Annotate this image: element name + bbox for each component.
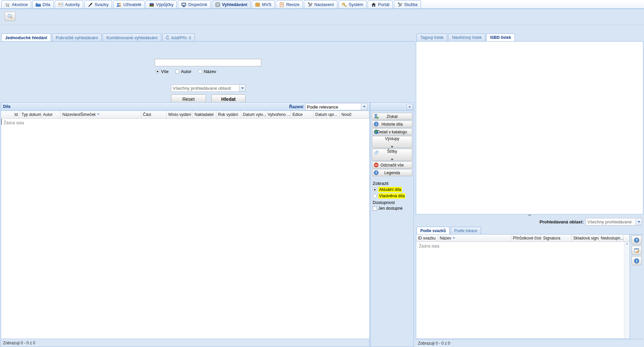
works-status-text: Zobrazuji 0 - 0 z 0	[3, 341, 35, 345]
menu-tab-dispecink[interactable]: Dispečink	[178, 0, 210, 8]
secondary-toolbar	[0, 10, 644, 25]
search-query-input[interactable]	[155, 59, 261, 66]
menu-tab-akvizice[interactable]: Akvizice	[1, 0, 31, 8]
area-label: Prohledávaná oblast:	[540, 219, 584, 224]
column-header-skladova-signatura[interactable]: Skladová signa...	[572, 234, 599, 241]
card-icon	[58, 2, 63, 7]
menu-arrow-icon	[391, 159, 393, 160]
volumes-legend-button[interactable]: ?	[632, 235, 642, 245]
search-area-combobox[interactable]: Všechny prohledávané oblasti	[171, 84, 246, 92]
radio-vse[interactable]: Vše	[155, 69, 168, 74]
column-header-rok-vydani[interactable]: Rok vydání	[216, 111, 241, 118]
legenda-button[interactable]: ? Legenda	[372, 169, 412, 176]
tab-tagovy-listek[interactable]: Tagový lístek	[417, 33, 447, 41]
column-header-autor[interactable]: Autor	[41, 111, 61, 118]
column-header-datum-upravy[interactable]: Datum upr...	[314, 111, 340, 118]
tab-podle-lokace[interactable]: Podle lokace	[450, 227, 481, 234]
sort-combobox[interactable]: Podle relevance	[305, 103, 367, 110]
column-header-prirustkove-cislo[interactable]: Přírůstkové číslo	[511, 234, 541, 241]
tab-jednoduche-hledani[interactable]: Jednoduché hledání	[1, 33, 51, 41]
tab-pokrocile-vyhledavani[interactable]: Pokročilé vyhledávání	[52, 33, 102, 41]
menu-tab-vypujcky[interactable]: Výpůjčky	[146, 0, 177, 8]
checkbox-label: Jen dostupné	[378, 206, 402, 211]
column-header-datum-vytvoreni[interactable]: Datum vytv...	[241, 111, 266, 118]
volumes-area-combobox[interactable]: Všechny prohledávané	[586, 218, 642, 225]
works-grid-body[interactable]: Žádná data	[1, 119, 369, 339]
search-tabstrip: Jednoduché hledání Pokročilé vyhledávání…	[1, 33, 415, 42]
column-header-id-svazku[interactable]: ID svazku	[416, 234, 438, 241]
empty-text: Žádná data	[416, 242, 624, 251]
volumes-panel: Prohledávaná oblast: Všechny prohledávan…	[416, 217, 643, 347]
column-header-vytvoreno[interactable]: Vytvořeno ...	[266, 111, 291, 118]
sort-desc-icon	[97, 114, 100, 115]
tab-c-kod-prir-c[interactable]: Č. kód/Přír. č	[162, 33, 195, 41]
menu-tab-vyhledavani[interactable]: Vyhledávání	[212, 0, 251, 8]
column-header-signatura[interactable]: Signatura	[541, 234, 572, 241]
menu-label: Vyhledávání	[222, 2, 247, 7]
radio-aktualni-dila[interactable]: Aktuální díla	[373, 187, 412, 192]
column-header-nazev[interactable]: Název	[438, 234, 511, 241]
tab-navestovy-listek[interactable]: Návěšťový lístek	[448, 33, 485, 41]
historie-dila-button[interactable]: i Historie díla	[372, 121, 412, 128]
tab-isbd-listek[interactable]: ISBD lístek	[486, 33, 515, 41]
chevron-down-icon[interactable]	[636, 218, 642, 225]
detail-v-katalogu-button[interactable]: Detail v katalogu	[372, 128, 412, 135]
volumes-info-button[interactable]: i	[632, 256, 642, 265]
column-header-id[interactable]: Id	[1, 111, 20, 118]
menu-tab-sluzba[interactable]: Služba	[394, 0, 421, 8]
ziskat-button[interactable]: Získat	[372, 113, 412, 120]
menu-label: Revize	[286, 2, 300, 7]
checkbox-icon	[373, 206, 377, 211]
vertical-scrollbar[interactable]	[624, 242, 630, 339]
radio-label: Autor	[181, 69, 191, 74]
chevron-down-icon[interactable]	[361, 103, 367, 110]
column-header-nakladatel[interactable]: Nakladatel	[193, 111, 216, 118]
column-header-misto-vydani[interactable]: Místo vydání	[167, 111, 193, 118]
column-header-nosic[interactable]: Nosič	[340, 111, 369, 118]
stitky-menu-button[interactable]: Štítky	[372, 149, 412, 161]
works-panel-header: Díla Řazení Podle relevance	[1, 102, 369, 111]
tab-label: Č. kód/Přír. č	[166, 35, 191, 40]
menu-tab-mvs[interactable]: MVS	[252, 0, 275, 8]
tab-label: ISBD lístek	[490, 35, 511, 40]
combo-value: Podle relevance	[306, 103, 361, 110]
volumes-edit-button[interactable]	[632, 246, 642, 255]
menu-tab-nastaveni[interactable]: Nastavení	[304, 0, 337, 8]
menu-label: Dispečink	[188, 2, 207, 7]
radio-nazev[interactable]: Název	[198, 69, 216, 74]
column-header-typ-dokumentu[interactable]: Typ dokum...	[20, 111, 41, 118]
tab-label: Podle svazků	[420, 228, 446, 233]
expand-panel-button[interactable]: »	[407, 104, 413, 110]
volumes-grid-body[interactable]: Žádná data	[416, 242, 624, 339]
combo-value: Všechny prohledávané oblasti	[171, 85, 239, 91]
checkbox-jen-dostupne[interactable]: Jen dostupné	[373, 206, 412, 211]
vystupy-menu-button[interactable]: Výstupy	[372, 136, 412, 148]
radio-vlastnena-dila[interactable]: Vlastněná díla	[373, 193, 412, 199]
chevron-down-icon[interactable]	[239, 85, 245, 91]
menu-tab-svazky[interactable]: Svazky	[84, 0, 112, 8]
radio-icon	[373, 194, 377, 198]
card-tabstrip: Tagový lístek Návěšťový lístek ISBD líst…	[416, 33, 643, 42]
menu-tab-system[interactable]: Systém	[338, 0, 367, 8]
horizontal-splitter[interactable]	[416, 214, 643, 217]
radio-autor[interactable]: Autor	[175, 69, 191, 74]
scroll-up-icon[interactable]	[626, 243, 628, 245]
menu-tab-dila[interactable]: Díla	[32, 0, 54, 8]
works-grid-header: Id Typ dokum... Autor NázevtestŠimeček Č…	[1, 111, 369, 119]
odznacit-vse-button[interactable]: Odznačit vše	[372, 161, 412, 168]
tab-podle-svazku[interactable]: Podle svazků	[417, 227, 449, 234]
menu-tab-uzivatele[interactable]: Uživatelé	[113, 0, 145, 8]
menu-tab-portal[interactable]: Portál	[368, 0, 393, 8]
quick-search-button[interactable]	[5, 12, 15, 21]
column-header-cast[interactable]: Část	[141, 111, 167, 118]
menu-tab-revize[interactable]: Revize	[276, 0, 303, 8]
menu-tab-autority[interactable]: Autority	[55, 0, 83, 8]
tab-label: Kombinované vyhledávání	[106, 35, 158, 40]
radio-label: Vlastněná díla	[378, 193, 405, 199]
column-header-nedostupnost[interactable]: Nedostupn...	[599, 234, 624, 241]
radio-label: Vše	[161, 69, 168, 74]
column-header-nazev[interactable]: NázevtestŠimeček	[61, 111, 141, 118]
tab-kombinovane-vyhledavani[interactable]: Kombinované vyhledávání	[103, 33, 161, 41]
column-header-edice[interactable]: Edice	[291, 111, 314, 118]
volumes-grid: ID svazku Název Přírůstkové číslo Signat…	[416, 234, 630, 339]
